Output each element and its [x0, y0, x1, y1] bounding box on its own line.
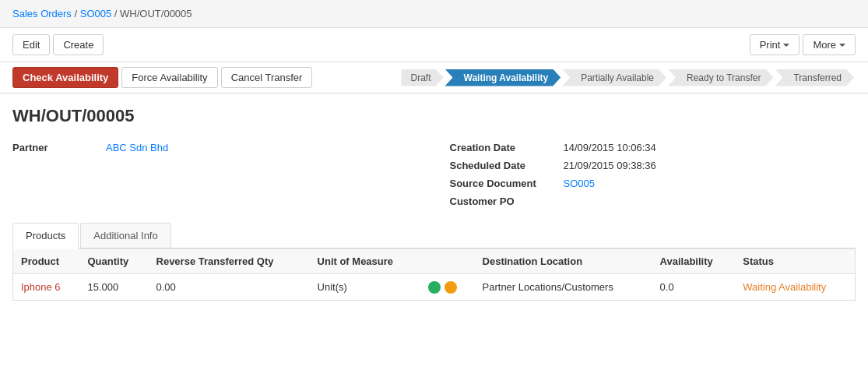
- col-status: Status: [735, 249, 855, 274]
- partner-link[interactable]: ABC Sdn Bhd: [106, 142, 168, 153]
- cell-reverse-transferred-qty: 0.00: [149, 274, 310, 300]
- scheduled-date-value: 21/09/2015 09:38:36: [564, 160, 656, 171]
- toolbar: Edit Create Print More: [0, 28, 868, 62]
- tab-additional-info[interactable]: Additional Info: [80, 223, 170, 248]
- cell-availability: 0.0: [652, 274, 736, 300]
- document-title: WH/OUT/00005: [12, 106, 856, 126]
- availability-icon: [428, 281, 441, 294]
- step-ready-to-transfer[interactable]: Ready to Transfer: [668, 69, 773, 86]
- product-link[interactable]: Iphone 6: [21, 281, 61, 293]
- status-steps-container: Draft Waiting Availability Partially Ava…: [401, 69, 856, 86]
- products-table: Product Quantity Reverse Transferred Qty…: [13, 249, 855, 300]
- main-content: WH/OUT/00005 Partner ABC Sdn Bhd Creatio…: [0, 93, 868, 313]
- toolbar-right: Print More: [750, 34, 856, 55]
- col-icon: [420, 249, 475, 274]
- more-button[interactable]: More: [803, 34, 856, 55]
- table-row: Iphone 6 15.000 0.00 Unit(s) Partner Loc…: [13, 274, 855, 300]
- cell-icon: [420, 274, 475, 300]
- scheduled-date-row: Scheduled Date 21/09/2015 09:38:36: [450, 160, 856, 171]
- step-partially-available[interactable]: Partially Available: [562, 69, 666, 86]
- action-bar: Check Availability Force Availability Ca…: [0, 62, 868, 93]
- customer-po-label: Customer PO: [450, 196, 551, 207]
- cell-product: Iphone 6: [13, 274, 79, 300]
- more-caret-icon: [839, 44, 845, 47]
- tab-products[interactable]: Products: [12, 223, 79, 249]
- customer-po-row: Customer PO: [450, 196, 856, 207]
- print-button[interactable]: Print: [750, 34, 800, 55]
- cell-unit-of-measure: Unit(s): [310, 274, 420, 300]
- breadcrumb: Sales Orders / SO005 / WH/OUT/00005: [0, 0, 868, 28]
- scheduled-date-label: Scheduled Date: [450, 160, 551, 171]
- col-destination-location: Destination Location: [475, 249, 652, 274]
- availability-icon-2: [445, 281, 457, 294]
- status-steps: Draft Waiting Availability Partially Ava…: [315, 69, 856, 86]
- date-fields: Creation Date 14/09/2015 10:06:34 Schedu…: [450, 142, 856, 207]
- edit-button[interactable]: Edit: [12, 34, 50, 55]
- create-button[interactable]: Create: [53, 34, 104, 55]
- products-table-container: Product Quantity Reverse Transferred Qty…: [12, 249, 856, 301]
- breadcrumb-current: WH/OUT/00005: [120, 8, 192, 19]
- creation-date-label: Creation Date: [450, 142, 551, 153]
- cell-destination-location: Partner Locations/Customers: [475, 274, 652, 300]
- form-row: Partner ABC Sdn Bhd Creation Date 14/09/…: [12, 142, 856, 207]
- breadcrumb-sales-orders[interactable]: Sales Orders: [12, 8, 72, 19]
- source-document-value: SO005: [564, 178, 595, 189]
- cell-status: Waiting Availability: [735, 274, 855, 300]
- partner-label: Partner: [12, 142, 90, 153]
- tabs: Products Additional Info: [12, 223, 856, 249]
- step-transferred[interactable]: Transferred: [775, 69, 854, 86]
- partner-value: ABC Sdn Bhd: [106, 142, 168, 153]
- force-availability-button[interactable]: Force Availability: [121, 67, 217, 88]
- cancel-transfer-button[interactable]: Cancel Transfer: [221, 67, 313, 88]
- print-caret-icon: [783, 44, 789, 47]
- col-availability: Availability: [652, 249, 736, 274]
- creation-date-row: Creation Date 14/09/2015 10:06:34: [450, 142, 856, 153]
- col-product: Product: [13, 249, 79, 274]
- breadcrumb-so005[interactable]: SO005: [80, 8, 111, 19]
- col-unit-of-measure: Unit of Measure: [310, 249, 420, 274]
- step-draft[interactable]: Draft: [401, 69, 443, 86]
- source-document-row: Source Document SO005: [450, 178, 856, 189]
- check-availability-button[interactable]: Check Availability: [12, 67, 118, 88]
- partner-field: Partner ABC Sdn Bhd: [12, 142, 419, 207]
- col-reverse-transferred-qty: Reverse Transferred Qty: [149, 249, 310, 274]
- table-header-row: Product Quantity Reverse Transferred Qty…: [13, 249, 855, 274]
- source-document-link[interactable]: SO005: [564, 178, 595, 189]
- col-quantity: Quantity: [79, 249, 148, 274]
- cell-quantity: 15.000: [79, 274, 148, 300]
- source-document-label: Source Document: [450, 178, 551, 189]
- step-waiting-availability[interactable]: Waiting Availability: [445, 69, 561, 86]
- toolbar-left: Edit Create: [12, 34, 750, 55]
- creation-date-value: 14/09/2015 10:06:34: [564, 142, 656, 153]
